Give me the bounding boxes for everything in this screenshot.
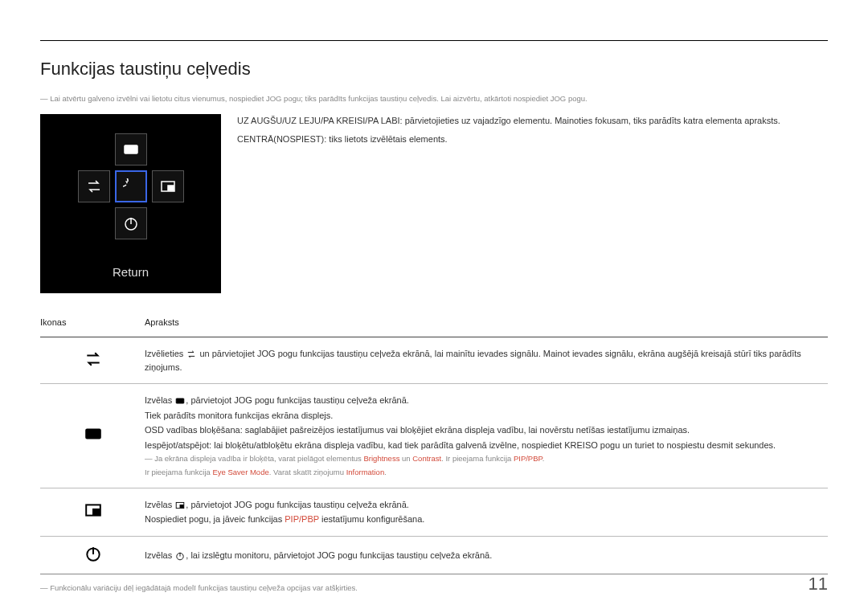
page-title: Funkcijas taustiņu ceļvedis bbox=[40, 55, 828, 82]
row2-note2: Ir pieejama funkcija Eye Saver Mode. Var… bbox=[145, 467, 828, 478]
pip-icon bbox=[84, 511, 102, 521]
col-desc: Apraksts bbox=[145, 311, 828, 337]
footer-note: Funkcionālu variāciju dēļ iegādātajā mod… bbox=[40, 582, 828, 594]
row3-desc: Izvēlas , pārvietojot JOG pogu funkcijas… bbox=[145, 488, 828, 536]
table-row: Izvēlieties un pārvietojiet JOG pogu fun… bbox=[40, 337, 828, 384]
inline-menu-icon bbox=[174, 396, 186, 406]
table-row: Izvēlas , pārvietojot JOG pogu funkcijas… bbox=[40, 488, 828, 536]
overview-row: Return UZ AUGŠU/UZ LEJU/PA KREISI/PA LAB… bbox=[40, 114, 828, 293]
description-table: Ikonas Apraksts Izvēlieties un pārvietoj… bbox=[40, 311, 828, 575]
key-guide-grid bbox=[40, 133, 221, 239]
table-row: Izvēlas , pārvietojot JOG pogu funkcijas… bbox=[40, 384, 828, 488]
guide-text-1: UZ AUGŠU/UZ LEJU/PA KREISI/PA LABI: pārv… bbox=[237, 114, 828, 128]
page-number: 11 bbox=[809, 570, 828, 597]
source-icon bbox=[84, 360, 102, 370]
key-guide-panel: Return bbox=[40, 114, 221, 293]
power-icon bbox=[84, 554, 102, 564]
row4-desc: Izvēlas , lai izslēgtu monitoru, pārviet… bbox=[145, 536, 828, 574]
row1-desc: Izvēlieties un pārvietojiet JOG pogu fun… bbox=[145, 337, 828, 384]
guide-down-power-icon bbox=[115, 207, 147, 239]
guide-description: UZ AUGŠU/UZ LEJU/PA KREISI/PA LABI: pārv… bbox=[237, 114, 828, 293]
table-row: Izvēlas , lai izslēgtu monitoru, pārviet… bbox=[40, 536, 828, 574]
guide-text-2: CENTRĀ(NOSPIEST): tiks lietots izvēlētai… bbox=[237, 133, 828, 146]
row2-note1: Ja ekrāna displeja vadība ir bloķēta, va… bbox=[145, 453, 828, 464]
intro-note: Lai atvērtu galveno izvēlni vai lietotu … bbox=[40, 93, 828, 104]
menu-icon bbox=[84, 435, 102, 444]
guide-right-pip-icon bbox=[152, 170, 184, 202]
row2-desc: Izvēlas , pārvietojot JOG pogu funkcijas… bbox=[145, 384, 828, 488]
guide-up-menu-icon bbox=[115, 133, 147, 166]
inline-pip-icon bbox=[174, 501, 186, 510]
col-icons: Ikonas bbox=[40, 311, 145, 337]
guide-center-return-icon bbox=[115, 170, 147, 202]
inline-source-icon bbox=[186, 349, 197, 359]
return-label: Return bbox=[40, 260, 221, 282]
guide-left-source-icon bbox=[78, 170, 110, 202]
horizontal-rule bbox=[40, 40, 828, 41]
inline-power-icon bbox=[174, 551, 186, 561]
